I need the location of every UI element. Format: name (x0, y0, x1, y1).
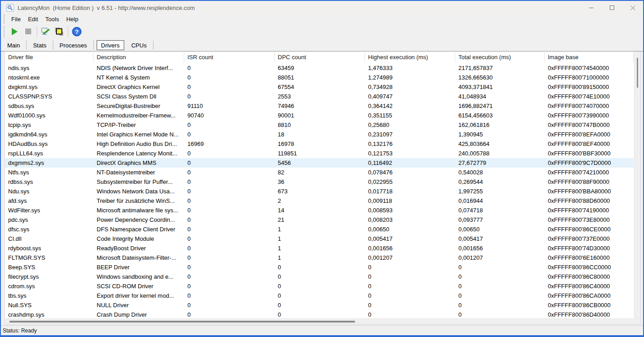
vertical-scrollbar[interactable] (634, 51, 640, 318)
menu-gripper[interactable] (4, 14, 6, 23)
toolbar-separator (37, 26, 37, 37)
table-cell: 0,017718 (365, 188, 455, 195)
horizontal-scrollbar[interactable] (5, 318, 640, 324)
table-cell: 0,734928 (365, 84, 455, 90)
menu-file[interactable]: File (8, 15, 24, 23)
table-cell: pdc.sys (5, 216, 93, 223)
table-cell: 0 (184, 178, 275, 185)
table-cell: 0,351155 (365, 112, 455, 119)
table-cell: 1326,665630 (455, 74, 545, 81)
table-cell: 0 (184, 216, 275, 223)
status-text: Status: Ready (3, 328, 37, 334)
horizontal-scrollbar-thumb[interactable] (9, 321, 355, 323)
table-cell: 0,00650 (365, 226, 455, 233)
table-cell: Microsoft Dateisystem-Filter-... (93, 254, 184, 261)
maximize-button[interactable] (602, 1, 622, 14)
table-cell: High Definition Audio Bus Dri... (93, 140, 184, 147)
column-header-total-execution-ms[interactable]: Total execution (ms) (455, 52, 545, 62)
table-cell: NDIS (Network Driver Interf... (93, 65, 184, 71)
tab-drivers[interactable]: Drivers (97, 40, 124, 50)
column-header-driver-file[interactable]: Driver file (5, 52, 93, 62)
table-cell: WdFilter.sys (5, 207, 93, 214)
table-cell: 36 (275, 178, 365, 185)
table-cell: 425,803664 (455, 140, 545, 147)
table-cell: NULL Driver (93, 302, 184, 309)
table-row-tbs-sys[interactable]: tbs.sysExport driver for kernel mod...00… (5, 291, 634, 300)
table-row-filecrypt-sys[interactable]: filecrypt.sysWindows sandboxing and e...… (5, 272, 634, 281)
table-row-dxgkrnl-sys[interactable]: dxgkrnl.sysDirectX Graphics Kernel067554… (5, 82, 634, 92)
table-row-cdrom-sys[interactable]: cdrom.sysSCSI CD-ROM Driver00000xFFFFF80… (5, 281, 634, 291)
table-row-ntoskrnl-exe[interactable]: ntoskrnl.exeNT Kernel & System0880511,27… (5, 73, 634, 82)
table-row-rsplll64-sys[interactable]: rspLLL64.sysResplendence Latency Monit..… (5, 149, 634, 158)
table-row-wdf01000-sys[interactable]: Wdf01000.sysKernelmodustreiber-Framew...… (5, 111, 634, 120)
stop-monitor-button[interactable] (21, 25, 35, 38)
table-row-sdbus-sys[interactable]: sdbus.sysSecureDigital-Bustreiber9111074… (5, 101, 634, 111)
menu-tools[interactable]: Tools (42, 15, 62, 23)
table-row-classpnp-sys[interactable]: CLASSPNP.SYSSCSI Class System Dll025530,… (5, 92, 634, 101)
menu-edit[interactable]: Edit (24, 15, 42, 23)
column-header-highest-execution-ms[interactable]: Highest execution (ms) (365, 52, 455, 62)
table-row-igdkmdn64-sys[interactable]: igdkmdn64.sysIntel Graphics Kernel Mode … (5, 130, 634, 139)
table-cell: Crash Dump Driver (93, 311, 184, 318)
table-cell: 1,390945 (455, 131, 545, 138)
table-row-afd-sys[interactable]: afd.sysTreiber für zusätzliche WinS...02… (5, 196, 634, 206)
table-cell: 0,001207 (365, 254, 455, 261)
table-row-hdaudbus-sys[interactable]: HDAudBus.sysHigh Definition Audio Bus Dr… (5, 139, 634, 149)
table-cell: 14 (275, 207, 365, 214)
minimize-button[interactable] (581, 1, 602, 14)
table-cell: 88051 (275, 74, 365, 81)
maximize-icon (610, 5, 614, 10)
table-cell: tbs.sys (5, 292, 93, 299)
help-button[interactable]: ? (70, 25, 84, 38)
table-cell: 1,476333 (365, 65, 455, 71)
toolbar-gripper[interactable] (4, 26, 6, 37)
table-cell: 0,009118 (365, 197, 455, 204)
toolbar: ? (1, 23, 643, 39)
table-cell: 67554 (275, 84, 365, 90)
table-row-wdfilter-sys[interactable]: WdFilter.sysMicrosoft antimalware file s… (5, 206, 634, 215)
windows-button[interactable] (52, 25, 66, 38)
menu-help[interactable]: Help (63, 15, 82, 23)
table-row-ntfs-sys[interactable]: Ntfs.sysNT-Dateisystemtreiber0820,078476… (5, 168, 634, 177)
column-header-isr-count[interactable]: ISR count (184, 52, 275, 62)
table-row-tcpip-sys[interactable]: tcpip.sysTCP/IP-Treiber088100,25680162,0… (5, 120, 634, 130)
table-cell: afd.sys (5, 197, 93, 204)
vertical-scrollbar-thumb[interactable] (637, 58, 638, 88)
table-row-dfsc-sys[interactable]: dfsc.sysDFS Namespace Client Driver010,0… (5, 225, 634, 234)
table-row-ndu-sys[interactable]: Ndu.sysWindows Network Data Usa...06730,… (5, 187, 634, 196)
tab-cpus[interactable]: CPUs (126, 40, 152, 50)
table-row-rdbss-sys[interactable]: rdbss.sysSubsystemtreiber für Puffer...0… (5, 177, 634, 187)
table-cell: 0xFFFFF800'6E160000 (545, 254, 634, 261)
table-row-pdc-sys[interactable]: pdc.sysPower Dependency Coordin...0210,0… (5, 215, 634, 225)
tab-stats[interactable]: Stats (28, 40, 52, 50)
table-cell: 0 (275, 273, 365, 280)
table-row-fltmgr-sys[interactable]: FLTMGR.SYSMicrosoft Dateisystem-Filter-.… (5, 253, 634, 262)
table-cell: 0 (184, 197, 275, 204)
column-header-dpc-count[interactable]: DPC count (275, 52, 365, 62)
table-cell: Resplendence Latency Monit... (93, 150, 184, 157)
table-row-ndis-sys[interactable]: ndis.sysNDIS (Network Driver Interf...06… (5, 63, 634, 73)
minimize-icon (589, 5, 594, 10)
tab-processes[interactable]: Processes (54, 40, 93, 50)
column-header-description[interactable]: Description (93, 52, 184, 62)
table-row-dxgmms2-sys[interactable]: dxgmms2.sysDirectX Graphics MMS054560,11… (5, 158, 634, 168)
table-cell: 8810 (275, 122, 365, 128)
tab-main[interactable]: Main (2, 40, 25, 50)
table-row-beep-sys[interactable]: Beep.SYSBEEP Driver00000xFFFFF800'86CC00… (5, 262, 634, 272)
column-header-image-base[interactable]: Image base (545, 52, 634, 62)
table-row-null-sys[interactable]: Null.SYSNULL Driver00000xFFFFF800'86CB00… (5, 300, 634, 310)
table-row-ci-dll[interactable]: CI.dllCode Integrity Module010,0054170,0… (5, 234, 634, 243)
table-cell: 0 (184, 254, 275, 261)
close-button[interactable] (622, 1, 643, 14)
table-row-rdyboost-sys[interactable]: rdyboost.sysReadyBoost Driver010,0016560… (5, 243, 634, 253)
table-cell: 0 (184, 159, 275, 166)
table-cell: 0xFFFFF800'74210000 (545, 169, 634, 176)
table-cell: 0,008203 (365, 216, 455, 223)
table-cell: dxgkrnl.sys (5, 84, 93, 90)
start-monitor-button[interactable] (8, 25, 21, 38)
latencymon-window: LatencyMon (Home Edition ) v 6.51 - http… (0, 0, 644, 337)
table-cell: filecrypt.sys (5, 273, 93, 280)
options-button[interactable] (39, 25, 52, 38)
table-row-crashdmp-sys[interactable]: crashdmp.sysCrash Dump Driver00000xFFFFF… (5, 310, 634, 319)
table-cell: 0 (184, 93, 275, 100)
